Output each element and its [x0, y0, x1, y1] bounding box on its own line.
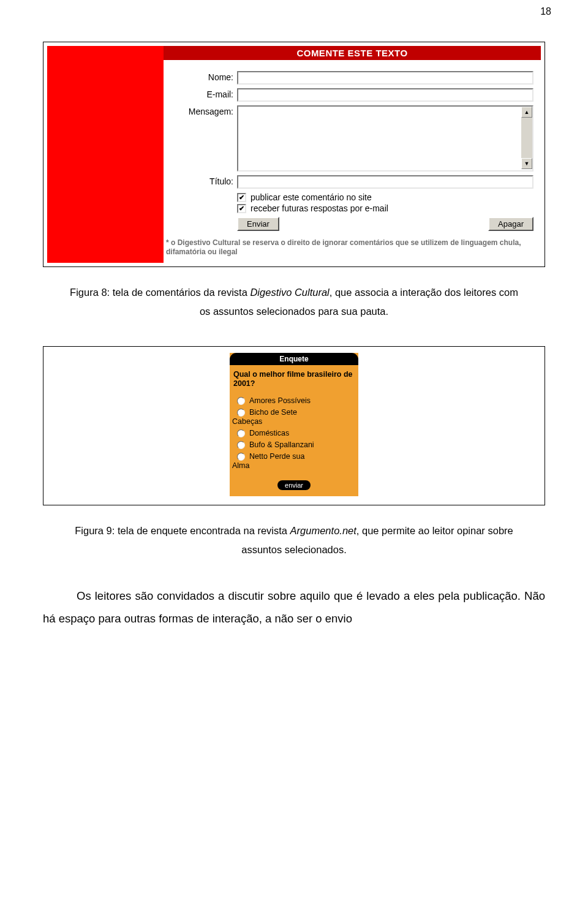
enquete-widget: Enquete Qual o melhor filme brasileiro d… — [230, 353, 358, 496]
comment-disclaimer: * o Digestivo Cultural se reserva o dire… — [166, 238, 533, 259]
row-email: E-mail: — [164, 88, 533, 102]
radio-icon[interactable] — [237, 441, 245, 449]
enquete-option-label: Amores Possíveis — [249, 396, 311, 406]
enquete-option-label-part1: Netto Perde sua — [249, 452, 304, 461]
caption8-prefix: Figura 8: tela de comentários da revista — [70, 287, 250, 298]
row-check-receber: ✔ receber futuras respostas por e-mail — [237, 203, 533, 213]
scroll-up-icon[interactable]: ▲ — [521, 107, 532, 118]
input-nome[interactable] — [237, 71, 533, 85]
comment-form-header: COMENTE ESTE TEXTO — [164, 46, 541, 60]
textarea-mensagem[interactable] — [237, 105, 533, 172]
comment-form-main: COMENTE ESTE TEXTO Nome: E-mail: Mensage… — [164, 46, 541, 263]
caption9-italic: Argumento.net — [290, 525, 356, 536]
label-email: E-mail: — [164, 88, 237, 99]
comment-form-widget: COMENTE ESTE TEXTO Nome: E-mail: Mensage… — [47, 46, 541, 263]
red-sidebar — [47, 46, 164, 263]
enquete-option-4[interactable]: Netto Perde sua Alma — [232, 451, 356, 472]
label-titulo: Título: — [164, 175, 237, 186]
enquete-option-0[interactable]: Amores Possíveis — [232, 395, 356, 407]
enquete-option-label: Bufo & Spallanzani — [249, 440, 314, 450]
enquete-option-label: Domésticas — [249, 429, 289, 438]
body-p1: Os leitores são convidados a discutir so… — [43, 584, 545, 630]
caption8-suffix: , que associa a interação dos leitores c… — [330, 287, 518, 298]
caption9-suffix: , que permite ao leitor opinar sobre — [356, 525, 513, 536]
label-mensagem: Mensagem: — [164, 105, 237, 116]
radio-icon[interactable] — [237, 397, 245, 405]
enquete-enviar-button[interactable]: enviar — [277, 480, 311, 490]
input-email[interactable] — [237, 88, 533, 102]
enquete-option-label-part1: Bicho de Sete — [249, 408, 297, 417]
caption8-italic: Digestivo Cultural — [250, 287, 329, 298]
caption9-line2: assuntos selecionados. — [241, 544, 347, 555]
checkbox-receber[interactable]: ✔ — [237, 204, 246, 213]
textarea-scrollbar[interactable]: ▲ ▼ — [521, 107, 532, 169]
enquete-question: Qual o melhor filme brasileiro de 2001? — [230, 365, 358, 393]
figure-8-caption: Figura 8: tela de comentários da revista… — [43, 283, 545, 322]
page-number: 18 — [0, 0, 588, 17]
row-mensagem: Mensagem: ▲ ▼ — [164, 105, 533, 172]
figure-8-frame: COMENTE ESTE TEXTO Nome: E-mail: Mensage… — [43, 42, 545, 267]
enquete-option-label-part2: Alma — [232, 461, 356, 470]
row-titulo: Título: — [164, 175, 533, 189]
checkbox-publicar[interactable]: ✔ — [237, 193, 246, 202]
label-nome: Nome: — [164, 71, 237, 82]
row-check-publicar: ✔ publicar este comentário no site — [237, 192, 533, 202]
scroll-down-icon[interactable]: ▼ — [521, 158, 532, 169]
radio-icon[interactable] — [237, 409, 245, 417]
enviar-button[interactable]: Enviar — [237, 217, 279, 231]
enquete-option-3[interactable]: Bufo & Spallanzani — [232, 439, 356, 451]
enquete-option-2[interactable]: Domésticas — [232, 428, 356, 439]
enquete-option-label-part2: Cabeças — [232, 417, 356, 426]
figure-9-caption: Figura 9: tela de enquete encontrada na … — [43, 521, 545, 560]
checkbox-publicar-label: publicar este comentário no site — [251, 192, 372, 202]
checkbox-receber-label: receber futuras respostas por e-mail — [251, 203, 388, 213]
caption8-line2: os assuntos selecionados para sua pauta. — [200, 306, 388, 317]
body-paragraph: Os leitores são convidados a discutir so… — [43, 584, 545, 630]
row-nome: Nome: — [164, 71, 533, 85]
apagar-button[interactable]: Apagar — [488, 217, 533, 231]
input-titulo[interactable] — [237, 175, 533, 189]
comment-form-body: Nome: E-mail: Mensagem: ▲ ▼ — [164, 60, 541, 263]
figure-9-frame: Enquete Qual o melhor filme brasileiro d… — [43, 346, 545, 505]
enquete-options: Amores Possíveis Bicho de Sete Cabeças D… — [230, 393, 358, 477]
enquete-header: Enquete — [230, 353, 358, 365]
button-row: Enviar Apagar — [237, 217, 533, 231]
enquete-option-1[interactable]: Bicho de Sete Cabeças — [232, 407, 356, 428]
caption9-prefix: Figura 9: tela de enquete encontrada na … — [75, 525, 290, 536]
radio-icon[interactable] — [237, 453, 245, 461]
radio-icon[interactable] — [237, 429, 245, 437]
